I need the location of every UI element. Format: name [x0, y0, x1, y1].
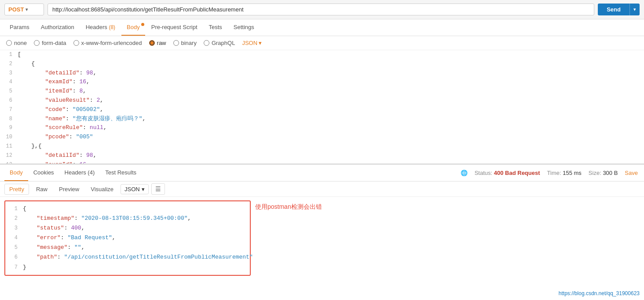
req-line-4: 4 "examId": 16,	[0, 78, 644, 87]
response-tabs-left: Body Cookies Headers (4) Test Results	[0, 165, 146, 181]
send-dropdown-button[interactable]: ▾	[629, 4, 640, 15]
resp-line-5: 5 "message": "",	[5, 243, 250, 252]
option-none[interactable]: none	[6, 40, 27, 46]
fmt-pretty-button[interactable]: Pretty	[4, 184, 29, 195]
response-section: Body Cookies Headers (4) Test Results 🌐 …	[0, 165, 644, 279]
resp-tab-body[interactable]: Body	[4, 165, 28, 181]
req-line-6: 6 "valueResult": 2,	[0, 96, 644, 105]
tab-pre-request-script[interactable]: Pre-request Script	[146, 19, 203, 36]
req-line-9: 9 "scoreRule": null,	[0, 123, 644, 133]
status-label: Status: 400 Bad Request	[475, 170, 540, 176]
json-format-select[interactable]: JSON ▾	[242, 40, 262, 46]
resp-tab-test-results[interactable]: Test Results	[100, 165, 142, 181]
req-line-5: 5 "itemId": 8,	[0, 87, 644, 96]
req-line-3: 3 "detailId": 98,	[0, 69, 644, 78]
req-line-11: 11 },{	[0, 142, 644, 151]
time-label: Time: 155 ms	[547, 170, 582, 176]
option-graphql[interactable]: GraphQL	[204, 40, 235, 46]
resp-tab-headers[interactable]: Headers (4)	[59, 165, 100, 181]
response-format-bar: Pretty Raw Preview Visualize JSON ▾ ☰	[0, 181, 644, 197]
option-binary[interactable]: binary	[173, 40, 197, 46]
option-urlencoded[interactable]: x-www-form-urlencoded	[73, 40, 142, 46]
resp-line-1: 1 {	[5, 204, 250, 214]
globe-icon: 🌐	[461, 170, 468, 176]
request-tabs: Params Authorization Headers (8) Body Pr…	[0, 19, 644, 36]
response-body-code: 1 { 2 "timestamp": "2020-08-13T08:15:59.…	[4, 200, 251, 276]
tab-tests[interactable]: Tests	[204, 19, 227, 36]
req-line-12: 12 "detailId": 98,	[0, 151, 644, 160]
time-value: 155 ms	[563, 170, 582, 176]
resp-tab-cookies[interactable]: Cookies	[28, 165, 59, 181]
req-line-2: 2 {	[0, 59, 644, 69]
resp-line-4: 4 "error": "Bad Request",	[5, 233, 250, 243]
body-options-bar: none form-data x-www-form-urlencoded raw…	[0, 36, 644, 50]
option-raw[interactable]: raw	[149, 40, 166, 46]
response-tabs-bar: Body Cookies Headers (4) Test Results 🌐 …	[0, 165, 644, 181]
req-line-7: 7 "code": "005002",	[0, 105, 644, 115]
req-line-8: 8 "name": "您有皮肤湿疹、疱疖吗？",	[0, 115, 644, 124]
fmt-preview-button[interactable]: Preview	[55, 184, 84, 194]
send-button[interactable]: Send	[598, 4, 629, 15]
annotation-text: 使用postman检测会出错	[255, 203, 322, 211]
req-line-13: 13 "examId": 16,	[0, 160, 644, 165]
option-form-data[interactable]: form-data	[34, 40, 66, 46]
resp-line-7: 7 }	[5, 263, 250, 272]
req-line-1: 1 [	[0, 50, 644, 59]
size-value: 300 B	[603, 170, 618, 176]
send-btn-group: Send ▾	[598, 4, 640, 15]
method-select[interactable]: POST ▾	[4, 4, 44, 15]
response-format-select[interactable]: JSON ▾	[121, 184, 149, 194]
method-label: POST	[8, 6, 24, 13]
json-format-chevron-icon: ▾	[259, 40, 262, 46]
fmt-visualize-button[interactable]: Visualize	[86, 184, 118, 194]
fmt-raw-button[interactable]: Raw	[32, 184, 52, 194]
method-chevron-icon: ▾	[26, 7, 28, 12]
tab-body[interactable]: Body	[121, 19, 145, 36]
url-input[interactable]	[48, 4, 594, 15]
tab-settings[interactable]: Settings	[228, 19, 260, 36]
status-value: 400 Bad Request	[494, 170, 540, 176]
save-response-button[interactable]: Save	[625, 170, 638, 176]
tab-headers[interactable]: Headers (8)	[80, 19, 121, 36]
size-label: Size: 300 B	[589, 170, 618, 176]
req-line-10: 10 "pcode": "005"	[0, 133, 644, 142]
wrap-lines-button[interactable]: ☰	[151, 183, 165, 195]
url-bar: POST ▾ Send ▾	[0, 0, 644, 19]
resp-line-3: 3 "status": 400,	[5, 223, 250, 233]
response-body-container: 1 { 2 "timestamp": "2020-08-13T08:15:59.…	[0, 197, 644, 279]
resp-line-2: 2 "timestamp": "2020-08-13T08:15:59.345+…	[5, 214, 250, 223]
response-status-area: 🌐 Status: 400 Bad Request Time: 155 ms S…	[461, 170, 644, 176]
resp-line-6: 6 "path": "/api/constitution/getTitleRes…	[5, 252, 250, 262]
request-body-editor[interactable]: 1 [ 2 { 3 "detailId": 98, 4 "examId": 16…	[0, 50, 644, 165]
response-format-chevron-icon: ▾	[142, 186, 145, 193]
json-format-label: JSON	[242, 40, 257, 46]
tab-params[interactable]: Params	[4, 19, 35, 36]
tab-authorization[interactable]: Authorization	[36, 19, 80, 36]
response-format-label: JSON	[124, 186, 140, 193]
